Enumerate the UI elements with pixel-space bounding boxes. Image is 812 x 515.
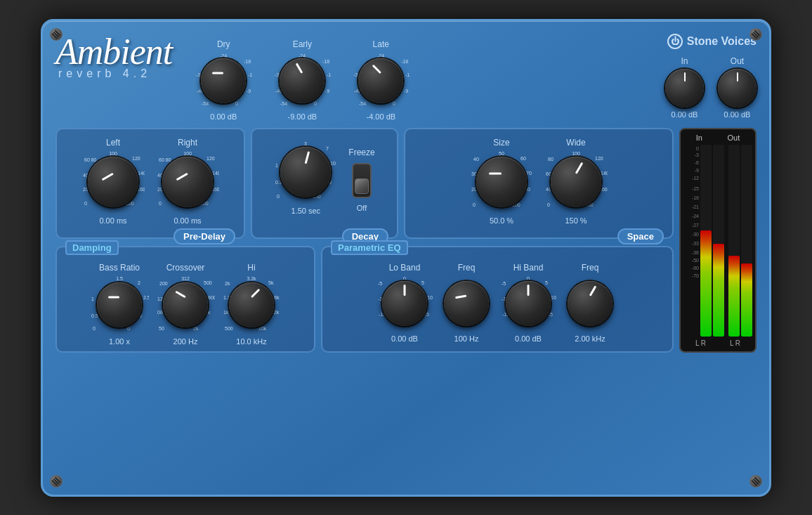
svg-text:2: 2 <box>138 280 140 285</box>
left-knob[interactable] <box>88 157 138 207</box>
wide-knob[interactable] <box>551 157 601 207</box>
screw-tl <box>50 28 63 41</box>
bassratio-knob-group: Bass Ratio 1.5 2 2.5 3 0 0 0.5 <box>90 263 149 346</box>
late-knob[interactable] <box>358 58 403 103</box>
svg-text:20: 20 <box>83 187 89 192</box>
right-knob[interactable] <box>162 157 213 207</box>
left-value: 0.00 ms <box>99 216 126 225</box>
svg-text:0: 0 <box>393 101 395 106</box>
size-label: Size <box>493 138 509 148</box>
left-panels: Left 100 120 140 160 200 0 20 <box>55 128 674 353</box>
vu-footer-out: L R <box>730 339 740 347</box>
freeze-toggle[interactable] <box>352 163 372 198</box>
svg-text:0: 0 <box>473 202 476 207</box>
late-knob-group: Late -24 -18 -13 -9 0 -54 -40 -30 -4.00 … <box>352 39 410 121</box>
out-knob[interactable] <box>718 69 757 107</box>
left-knob-group: Left 100 120 140 160 200 0 20 <box>81 138 145 225</box>
svg-text:-9: -9 <box>247 89 251 93</box>
svg-text:-9: -9 <box>404 89 408 93</box>
vu-in-bars <box>700 145 724 337</box>
early-knob[interactable] <box>280 58 325 103</box>
svg-text:-18: -18 <box>244 59 251 64</box>
svg-text:120: 120 <box>595 156 603 161</box>
in-knob-group: In 0.00 dB <box>665 56 704 119</box>
brand-logo: ⏻ Stone Voices <box>667 34 757 49</box>
bassratio-value: 1.00 x <box>109 337 130 346</box>
svg-text:2k: 2k <box>193 326 199 331</box>
vu-footer-in: L R <box>695 339 706 347</box>
loband-value: 0.00 dB <box>391 334 418 343</box>
svg-text:500: 500 <box>204 280 212 285</box>
svg-text:60: 60 <box>546 171 551 176</box>
svg-text:20: 20 <box>157 187 163 192</box>
svg-text:0: 0 <box>547 202 550 207</box>
hifreq-knob[interactable] <box>568 281 613 326</box>
svg-text:-13: -13 <box>327 72 331 77</box>
vu-in-header: In <box>696 133 702 142</box>
hiband-knob[interactable] <box>506 281 551 326</box>
svg-text:5: 5 <box>421 280 424 285</box>
wide-value: 150 % <box>565 216 587 225</box>
row2-panels: Damping Bass Ratio 1.5 2 2.5 3 <box>55 246 674 353</box>
size-knob-group: Size 50 60 70 80 100 0 20 <box>470 138 533 225</box>
svg-text:80: 80 <box>548 157 554 162</box>
decay-knob[interactable] <box>280 147 331 197</box>
svg-text:40: 40 <box>546 187 551 192</box>
lofreq-label: Freq <box>458 263 476 273</box>
svg-text:2.5: 2.5 <box>143 295 149 300</box>
svg-text:60 80: 60 80 <box>84 157 97 162</box>
vu-footer: L R L R <box>683 339 752 347</box>
late-value: -4.00 dB <box>367 112 396 121</box>
damping-label: Damping <box>65 240 119 255</box>
screw-br <box>749 475 762 488</box>
lofreq-knob[interactable] <box>444 281 489 326</box>
svg-text:2k: 2k <box>225 281 230 286</box>
decay-panel: Decay 3 7 10 30 100 0 <box>251 128 398 239</box>
crossover-value: 200 Hz <box>173 337 198 346</box>
in-knob[interactable] <box>665 69 704 107</box>
freeze-label: Freeze <box>348 148 374 157</box>
dry-value: 0.00 dB <box>210 112 237 121</box>
vu-meter-panel: In Out 0 -3 -6 -9 -12 -15 -18 -21 -24 -2… <box>679 128 757 353</box>
screw-tr <box>749 28 762 41</box>
svg-text:312: 312 <box>181 276 190 281</box>
svg-text:120: 120 <box>132 156 140 161</box>
predelay-knobs: Left 100 120 140 160 200 0 20 <box>67 138 234 225</box>
late-label: Late <box>373 39 389 49</box>
svg-text:0: 0 <box>235 101 238 106</box>
hi-knob[interactable] <box>229 282 274 327</box>
svg-text:-5: -5 <box>502 281 506 286</box>
space-panel: Space Size 50 60 70 80 100 <box>404 128 674 239</box>
svg-text:1k: 1k <box>223 310 229 315</box>
toggle-handle <box>355 178 369 194</box>
svg-text:10: 10 <box>551 295 556 300</box>
svg-text:70: 70 <box>526 171 532 176</box>
lofreq-value: 100 Hz <box>454 334 479 343</box>
right-knob-group: Right 100 120 140 160 200 0 20 <box>156 138 219 225</box>
loband-knob[interactable] <box>382 281 427 326</box>
svg-text:140: 140 <box>138 171 145 176</box>
hiband-label: Hi Band <box>513 263 544 273</box>
svg-text:0: 0 <box>314 101 317 106</box>
predelay-label: Pre-Delay <box>173 228 235 245</box>
svg-text:10: 10 <box>427 295 433 300</box>
early-value: -9.00 dB <box>288 112 317 121</box>
screw-bl <box>50 475 63 488</box>
svg-text:40: 40 <box>473 157 479 162</box>
vu-meters-area: 0 -3 -6 -9 -12 -15 -18 -21 -24 -27 -30 -… <box>683 145 752 337</box>
svg-text:1: 1 <box>91 296 94 301</box>
crossover-label: Crossover <box>166 263 205 273</box>
size-knob[interactable] <box>476 157 527 207</box>
svg-text:7: 7 <box>326 146 329 151</box>
svg-text:20k: 20k <box>258 326 267 331</box>
vu-in-l-bar <box>700 145 712 337</box>
out-knob-group: Out 0.00 dB <box>718 56 757 119</box>
crossover-knob[interactable] <box>163 282 208 327</box>
bassratio-knob[interactable] <box>97 282 142 327</box>
freeze-value: Off <box>357 204 367 212</box>
early-label: Early <box>293 39 312 49</box>
svg-text:50: 50 <box>499 151 504 156</box>
svg-text:0.5: 0.5 <box>91 313 98 318</box>
vu-in-l-fill <box>700 230 712 336</box>
dry-knob[interactable] <box>201 58 246 103</box>
